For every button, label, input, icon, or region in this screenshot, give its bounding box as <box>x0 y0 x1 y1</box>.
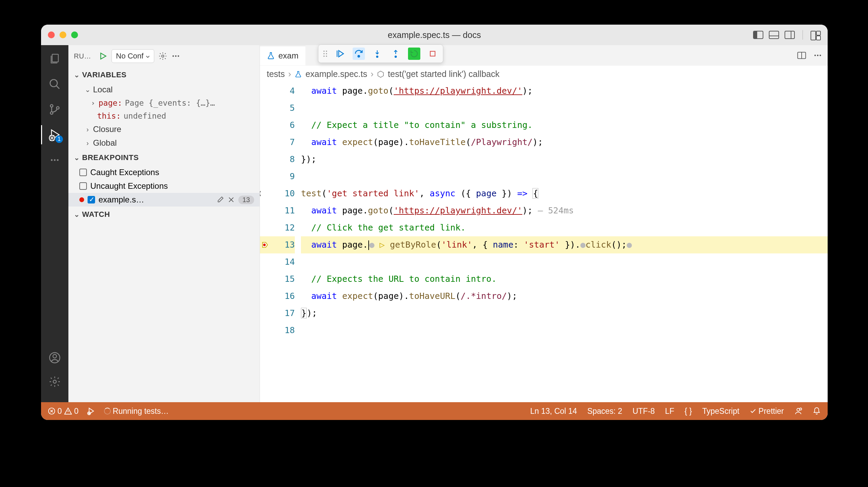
breadcrumb-folder[interactable]: tests <box>267 69 285 79</box>
checkbox[interactable] <box>79 169 87 176</box>
edit-breakpoint-icon[interactable] <box>216 196 224 203</box>
breakpoint-label: example.s… <box>98 195 213 205</box>
breakpoint-line-badge: 13 <box>238 196 254 204</box>
debug-config-select[interactable]: No Conf <box>111 49 154 63</box>
variables-local-scope[interactable]: ⌄ Local <box>68 83 260 96</box>
status-lang-braces-icon[interactable]: { } <box>684 407 692 416</box>
run-debug-icon[interactable]: 1 <box>48 128 62 142</box>
svg-point-33 <box>797 408 800 411</box>
svg-point-13 <box>172 55 174 57</box>
variables-global-scope[interactable]: › Global <box>68 136 260 150</box>
breadcrumb-symbol[interactable]: test('get started link') callback <box>388 69 499 79</box>
scope-label: Global <box>93 138 117 148</box>
code-editor[interactable]: 4 5 6 7 8 9 10 11 12 13 14 15 16 17 18 <box>260 82 828 402</box>
status-bell-icon[interactable] <box>813 407 821 415</box>
status-encoding[interactable]: UTF-8 <box>632 407 655 416</box>
svg-point-21 <box>326 55 327 57</box>
toggle-primary-sidebar-icon[interactable] <box>753 31 763 39</box>
settings-gear-icon[interactable] <box>48 375 62 389</box>
source-control-icon[interactable] <box>48 103 62 116</box>
separator <box>802 30 803 40</box>
section-label: WATCH <box>82 210 110 219</box>
status-prettier[interactable]: Prettier <box>750 407 784 416</box>
svg-point-17 <box>326 51 327 52</box>
status-errors[interactable]: 0 0 <box>48 407 79 416</box>
continue-button[interactable] <box>334 48 346 60</box>
status-debug-icon[interactable] <box>87 407 96 416</box>
checkbox[interactable] <box>79 182 87 190</box>
scope-label: Local <box>93 85 113 94</box>
svg-point-28 <box>817 55 818 56</box>
svg-point-18 <box>324 53 325 54</box>
window-title: example.spec.ts — docs <box>388 30 481 40</box>
section-label: BREAKPOINTS <box>82 153 139 162</box>
tab-label: exam <box>278 51 299 61</box>
breakpoint-uncaught-exceptions[interactable]: Uncaught Exceptions <box>68 179 260 193</box>
minimize-window-button[interactable] <box>60 31 66 38</box>
editor-tab[interactable]: exam <box>260 46 305 65</box>
svg-point-1 <box>50 80 57 87</box>
variables-section-header[interactable]: ⌄ VARIABLES <box>68 67 260 83</box>
svg-point-27 <box>814 55 816 56</box>
remove-breakpoint-icon[interactable] <box>227 196 235 203</box>
debug-badge: 1 <box>55 135 63 143</box>
split-editor-icon[interactable] <box>797 51 806 60</box>
variable-page[interactable]: › page: Page {_events: {…}… <box>68 96 260 109</box>
variable-name: this: <box>97 111 121 120</box>
debug-sidebar: RU… No Conf ⌄ VARIABLES ⌄ Local <box>68 45 260 402</box>
status-position[interactable]: Ln 13, Col 14 <box>530 407 577 416</box>
svg-point-24 <box>395 56 396 57</box>
stop-button[interactable] <box>426 48 439 60</box>
title-layout-controls <box>753 30 821 40</box>
step-out-button[interactable] <box>390 48 402 60</box>
status-feedback-icon[interactable] <box>794 407 802 415</box>
explorer-icon[interactable] <box>48 52 62 66</box>
start-debug-button[interactable] <box>98 52 107 61</box>
debug-more-icon[interactable] <box>171 52 180 61</box>
breakpoint-file[interactable]: example.s… 13 <box>68 193 260 207</box>
svg-rect-0 <box>52 54 58 62</box>
flask-icon <box>267 52 275 60</box>
svg-point-16 <box>324 51 325 52</box>
breakpoints-section-header[interactable]: ⌄ BREAKPOINTS <box>68 150 260 166</box>
variable-this[interactable]: this: undefined <box>68 109 260 122</box>
customize-layout-icon[interactable] <box>811 31 821 39</box>
toggle-secondary-sidebar-icon[interactable] <box>785 31 795 39</box>
breadcrumb-file[interactable]: example.spec.ts <box>305 69 367 79</box>
status-spaces[interactable]: Spaces: 2 <box>587 407 622 416</box>
debug-config-gear-icon[interactable] <box>158 52 167 61</box>
status-language[interactable]: TypeScript <box>702 407 739 416</box>
more-icon[interactable] <box>48 153 62 167</box>
svg-point-19 <box>326 53 327 54</box>
svg-point-8 <box>57 159 58 161</box>
svg-point-20 <box>324 55 325 57</box>
breakpoint-dot-icon <box>79 197 84 202</box>
debug-header: RU… No Conf <box>68 45 260 67</box>
vscode-window: example.spec.ts — docs 1 <box>41 25 828 420</box>
search-icon[interactable] <box>48 77 62 91</box>
variables-closure-scope[interactable]: › Closure <box>68 122 260 136</box>
status-eol[interactable]: LF <box>665 407 674 416</box>
svg-point-7 <box>54 159 56 161</box>
svg-point-34 <box>800 408 802 410</box>
status-running-tests[interactable]: Running tests… <box>104 407 169 416</box>
editor-more-icon[interactable] <box>813 51 822 60</box>
watch-section-header[interactable]: ⌄ WATCH <box>68 207 260 222</box>
variable-value: undefined <box>123 111 166 120</box>
svg-point-4 <box>56 107 59 109</box>
restart-button[interactable] <box>408 48 420 60</box>
breakpoint-caught-exceptions[interactable]: Caught Exceptions <box>68 166 260 179</box>
breadcrumb[interactable]: tests › example.spec.ts › test('get star… <box>260 66 828 82</box>
step-over-button[interactable] <box>353 48 365 60</box>
run-view-title: RU… <box>74 52 94 60</box>
svg-point-23 <box>377 56 378 57</box>
accounts-icon[interactable] <box>48 351 62 365</box>
step-into-button[interactable] <box>371 48 383 60</box>
close-window-button[interactable] <box>48 31 55 38</box>
drag-handle-icon[interactable] <box>323 50 328 58</box>
svg-point-29 <box>819 55 821 56</box>
checkbox[interactable] <box>88 196 95 203</box>
toggle-panel-icon[interactable] <box>769 31 779 39</box>
svg-point-3 <box>50 112 53 115</box>
maximize-window-button[interactable] <box>71 31 78 38</box>
